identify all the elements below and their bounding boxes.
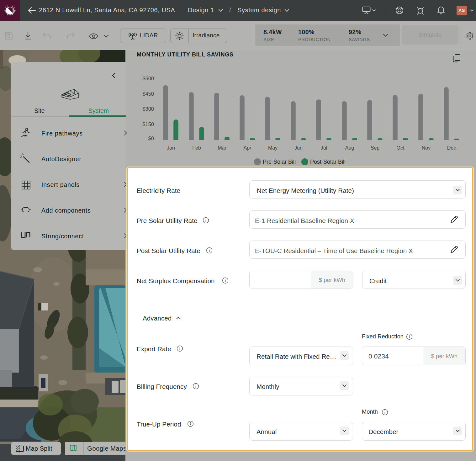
svg-text:May: May bbox=[268, 145, 278, 151]
svg-text:Feb: Feb bbox=[192, 145, 201, 151]
svg-text:Nov: Nov bbox=[422, 145, 431, 151]
svg-text:Apr: Apr bbox=[244, 145, 252, 151]
svg-text:$0: $0 bbox=[148, 135, 154, 141]
svg-text:Jun: Jun bbox=[294, 145, 303, 151]
svg-text:Post-Solar Bill: Post-Solar Bill bbox=[310, 159, 346, 165]
svg-text:Pre-Solar Bill: Pre-Solar Bill bbox=[263, 159, 296, 165]
svg-text:$450: $450 bbox=[142, 91, 154, 97]
svg-text:Mar: Mar bbox=[218, 145, 226, 151]
svg-text:$150: $150 bbox=[142, 121, 154, 127]
svg-text:Aug: Aug bbox=[345, 145, 354, 151]
svg-text:Oct: Oct bbox=[397, 145, 405, 151]
svg-text:$600: $600 bbox=[142, 76, 154, 81]
svg-text:Sep: Sep bbox=[371, 145, 380, 151]
svg-text:Dec: Dec bbox=[447, 145, 456, 151]
svg-text:Jan: Jan bbox=[167, 145, 175, 151]
svg-text:Jul: Jul bbox=[321, 145, 327, 151]
svg-text:$300: $300 bbox=[142, 106, 154, 112]
